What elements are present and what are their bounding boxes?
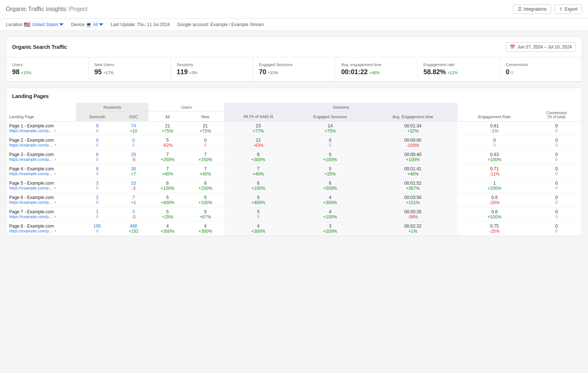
users-all-val: 5 -62%: [148, 136, 186, 150]
metric-cell-1: New Users 95 +17%: [89, 57, 171, 81]
sessions-all-val: 5 +400%: [224, 193, 292, 207]
engaged-sessions-val: 5 +25%: [292, 164, 368, 179]
engaged-sessions-val: 4 +300%: [292, 193, 368, 207]
device-value: All: [93, 22, 98, 27]
url-link[interactable]: https://example.com/p...: [9, 214, 52, 219]
page-name-cell: Page 3 - Example.com https://example.com…: [6, 150, 76, 164]
engaged-sessions-val: 5 +100%: [292, 150, 368, 164]
last-update-text: Last Update: Thu, 11 Jul 2024: [111, 22, 170, 27]
location-dropdown[interactable]: United States: [32, 22, 64, 27]
metric-value-4: 00:01:22 +46%: [341, 68, 411, 76]
engaged-sessions-val: 0 0: [292, 136, 368, 150]
gsc-val: 488 +182: [118, 222, 148, 236]
export-button[interactable]: ⇧ Export: [554, 4, 582, 14]
semrush-val: 195 0: [76, 222, 118, 236]
us-flag: 🇺🇸: [24, 22, 30, 28]
page-name-cell: Page 8 - Example.com https://example.com…: [6, 222, 76, 236]
url-link[interactable]: https://example.com/p...: [9, 171, 52, 176]
metric-num-4: 00:01:22: [341, 68, 368, 76]
users-all-val: 6 +100%: [148, 179, 186, 193]
metric-change-4: +46%: [369, 70, 380, 75]
page-name-cell: Page 1 - Example.com https://example.com…: [6, 122, 76, 136]
semrush-val: 2 0: [76, 193, 118, 207]
table-row: Page 3 - Example.com https://example.com…: [6, 150, 582, 164]
eng-rate-val: 0.75 -25%: [458, 222, 531, 236]
col-users-all: All: [148, 112, 186, 122]
col-landing-page: Landing Page: [6, 103, 76, 122]
users-new-val: 4 +300%: [186, 222, 224, 236]
users-new-val: 21 +75%: [186, 122, 224, 136]
conv-val: 0 0: [531, 193, 582, 207]
external-link-icon: ↗: [53, 143, 56, 147]
semrush-val: 6 0: [76, 150, 118, 164]
col-users: Users: [148, 103, 224, 112]
page-name: Page 3 - Example.com: [9, 152, 73, 157]
avg-engagement-val: 00:01:34 +32%: [368, 122, 458, 136]
page-url: https://example.com/p... ↗: [9, 171, 73, 176]
col-engagement-rate: Engagement Rate: [458, 103, 531, 122]
url-link[interactable]: https://example.com/p...: [9, 143, 52, 147]
metric-label-6: Conversions: [506, 62, 576, 67]
metric-change-5: +12%: [447, 70, 458, 75]
conv-val: 0 0: [531, 179, 582, 193]
conv-val: 0 0: [531, 136, 582, 150]
meta-bar: Location 🇺🇸 United States Device 💻 All L…: [0, 19, 588, 31]
metric-value-3: 70 +15%: [259, 68, 329, 76]
integrations-label: Integrations: [524, 7, 547, 12]
metric-label-5: Engagement rate: [423, 62, 494, 67]
users-new-val: 7 +250%: [186, 150, 224, 164]
conv-val: 0 0: [531, 150, 582, 164]
device-dropdown[interactable]: All: [93, 22, 103, 27]
device-icon: 💻: [86, 22, 92, 27]
semrush-val: 3 0: [76, 179, 118, 193]
engaged-sessions-val: 3 +200%: [292, 222, 368, 236]
users-all-val: 21 +75%: [148, 122, 186, 136]
page-name-cell: Page 2 - Example.com https://example.com…: [6, 136, 76, 150]
metric-change-0: +15%: [21, 70, 31, 75]
users-new-val: 6 +200%: [186, 179, 224, 193]
url-link[interactable]: https://example.com/p...: [9, 128, 52, 133]
semrush-val: 9 0: [76, 164, 118, 179]
table-row: Page 2 - Example.com https://example.com…: [6, 136, 582, 150]
metric-value-2: 119 +3%: [177, 68, 247, 76]
page-url: https://example.com/p... ↗: [9, 128, 73, 133]
eng-rate-val: 0 0: [458, 136, 531, 150]
external-link-icon: ↗: [53, 215, 56, 219]
metric-cell-0: Users 98 +15%: [6, 57, 89, 81]
location-label: Location: [6, 22, 22, 27]
page-url: https://example.com/p... ↗: [9, 200, 73, 204]
engaged-sessions-val: 4 +100%: [292, 207, 368, 222]
users-new-val: 0 0: [186, 136, 224, 150]
url-link[interactable]: https://example.com/p...: [9, 186, 52, 190]
metric-label-4: Avg. engagement time: [341, 62, 411, 67]
table-row: Page 4 - Example.com https://example.com…: [6, 164, 582, 179]
sessions-all-val: 12 -43%: [224, 136, 292, 150]
conv-val: 0 0: [531, 122, 582, 136]
metric-cell-6: Conversions 0 0: [500, 57, 582, 81]
users-all-val: 5 +25%: [148, 207, 186, 222]
avg-engagement-val: 00:02:32 +1%: [368, 222, 458, 236]
url-link[interactable]: https://example.com/p...: [9, 229, 52, 233]
table-row: Page 5 - Example.com https://example.com…: [6, 179, 582, 193]
chevron-down-icon-2: [99, 22, 103, 27]
gsc-val: 74 +10: [118, 122, 148, 136]
organic-section-title: Organic Search Traffic: [12, 44, 67, 50]
page-name-cell: Page 4 - Example.com https://example.com…: [6, 164, 76, 179]
url-link[interactable]: https://example.com/p...: [9, 157, 52, 162]
conv-val: 0 0: [531, 164, 582, 179]
integrations-button[interactable]: ☰ Integrations: [513, 4, 552, 14]
title-main: Organic Traffic Insights:: [6, 6, 68, 12]
date-range-text: Jun 27, 2024 – Jul 10, 2024: [517, 44, 572, 50]
url-link[interactable]: https://example.com/p...: [9, 200, 52, 204]
date-range-button[interactable]: 📅 Jun 27, 2024 – Jul 10, 2024: [506, 42, 576, 52]
col-engaged-sessions: Engaged Sessions: [292, 112, 368, 122]
semrush-val: 9 0: [76, 122, 118, 136]
metric-cell-4: Avg. engagement time 00:01:22 +46%: [335, 57, 417, 81]
gsc-val: 15 -3: [118, 179, 148, 193]
avg-engagement-val: 00:01:41 +46%: [368, 164, 458, 179]
external-link-icon: ↗: [53, 129, 56, 133]
external-link-icon: ↗: [53, 172, 56, 176]
col-avg-engagement: Avg. Engagement time: [368, 112, 458, 122]
table-row: Page 1 - Example.com https://example.com…: [6, 122, 582, 136]
filter-icon: ⊟: [270, 114, 273, 119]
